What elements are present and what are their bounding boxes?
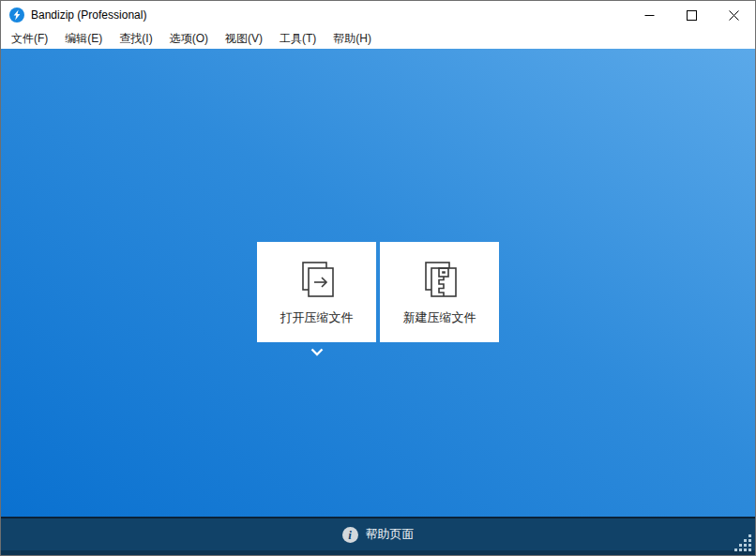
menu-bar: 文件(F) 编辑(E) 查找(I) 选项(O) 视图(V) 工具(T) 帮助(H… [1,29,755,49]
menu-options[interactable]: 选项(O) [161,29,217,49]
menu-file[interactable]: 文件(F) [3,29,56,49]
window-title: Bandizip (Professional) [31,8,146,22]
minimize-icon [644,10,655,21]
chevron-down-icon[interactable] [310,347,325,358]
action-tiles: 打开压缩文件 新建压缩文件 [257,242,499,342]
new-archive-button[interactable]: 新建压缩文件 [380,242,499,342]
open-archive-button[interactable]: 打开压缩文件 [257,242,376,342]
help-page-button[interactable]: i 帮助页面 [342,526,415,543]
main-area: 打开压缩文件 新建压缩文件 [1,49,755,517]
menu-edit[interactable]: 编辑(E) [56,29,111,49]
help-page-label: 帮助页面 [366,526,415,543]
new-archive-icon [418,258,461,301]
maximize-button[interactable] [671,1,713,29]
bandizip-window: Bandizip (Professional) 文件(F) 编辑(E) 查找(I… [0,0,756,556]
info-icon: i [342,527,358,543]
bottom-edge-strip [1,550,755,555]
close-icon [729,10,739,21]
status-bar: i 帮助页面 [1,518,755,550]
minimize-button[interactable] [628,1,671,29]
menu-view[interactable]: 视图(V) [217,29,271,49]
bandizip-logo-icon [9,8,24,23]
menu-tools[interactable]: 工具(T) [271,29,325,49]
menu-help[interactable]: 帮助(H) [325,29,380,49]
new-archive-label: 新建压缩文件 [403,309,476,326]
open-archive-icon [295,258,339,301]
menu-find[interactable]: 查找(I) [111,29,160,49]
open-archive-label: 打开压缩文件 [280,309,354,326]
resize-grip-icon[interactable] [734,534,752,552]
title-bar: Bandizip (Professional) [1,1,755,29]
maximize-icon [687,10,697,21]
close-button[interactable] [713,1,755,29]
